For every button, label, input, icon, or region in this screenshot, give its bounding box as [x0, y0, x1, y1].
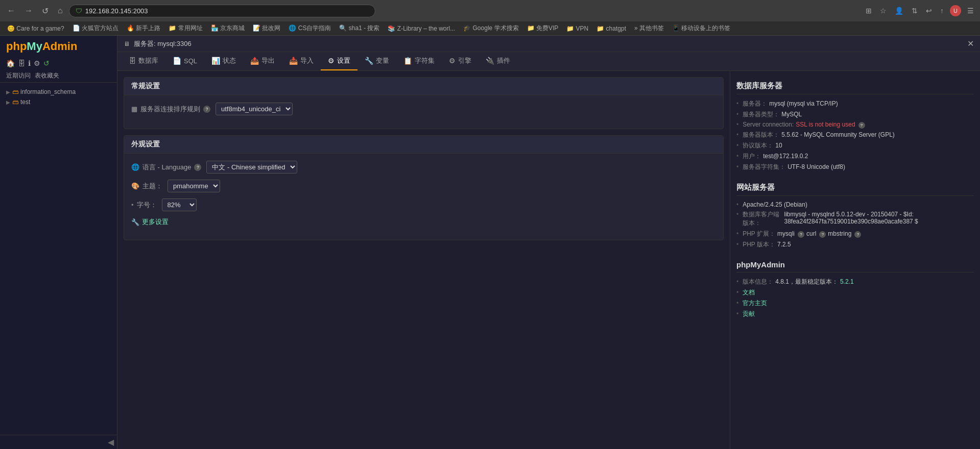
sidebar-icons: 🏠 🗄 ℹ ⚙ ↺ — [0, 57, 117, 69]
home-icon[interactable]: 🏠 — [6, 59, 15, 67]
bookmark-zlibrary[interactable]: 📚 Z-Library – the worl... — [385, 24, 458, 33]
language-label: 🌐 语言 - Language ? — [131, 163, 201, 172]
browser-actions: ⊞ ☆ 👤 ⇅ ↩ ↑ U ☰ — [864, 5, 976, 16]
nav-refresh-button[interactable]: ↺ — [39, 5, 52, 17]
tab-databases[interactable]: 🗄 数据库 — [122, 52, 165, 70]
tab-charset[interactable]: 📋 字符集 — [396, 52, 442, 70]
theme-row: 🎨 主题： pmahomme original metro — [131, 180, 716, 192]
db-icon-info: 🗃 — [12, 88, 18, 95]
refresh-sidebar-icon[interactable]: ↺ — [43, 59, 50, 67]
phpmyadmin-item-docs: 文档 — [736, 287, 974, 298]
content-right: 数据库服务器 服务器： mysql (mysql via TCP/IP) 服务器… — [730, 71, 980, 449]
db-server-section: 数据库服务器 服务器： mysql (mysql via TCP/IP) 服务器… — [736, 77, 974, 172]
curl-help-icon[interactable]: ? — [819, 231, 826, 238]
language-select[interactable]: 中文 - Chinese simplified English Deutsch … — [206, 161, 297, 173]
phpmyadmin-latest-link[interactable]: 5.2.1 — [840, 278, 854, 285]
tab-status-label: 状态 — [223, 56, 236, 65]
bookmark-sha1[interactable]: 🔍 sha1 - 搜索 — [336, 23, 383, 34]
theme-select[interactable]: pmahomme original metro — [168, 180, 220, 192]
db-server-item-5: 用户： test@172.19.0.2 — [736, 151, 974, 162]
main-content: 🖥 服务器: mysql:3306 ✕ 🗄 数据库 📄 SQL 📊 状态 📤 导… — [117, 36, 980, 449]
tab-sql[interactable]: 📄 SQL — [165, 52, 204, 70]
sidebar-logo: phpMyAdmin — [0, 36, 117, 57]
bookmark-chatgpt[interactable]: 📁 chatgpt — [593, 24, 629, 33]
collation-select[interactable]: utf8mb4_unicode_ci — [216, 103, 293, 115]
menu-button[interactable]: ☰ — [965, 6, 976, 16]
server-icon: 🖥 — [124, 40, 130, 47]
tab-sql-label: SQL — [184, 57, 197, 65]
info-icon[interactable]: ℹ — [28, 59, 31, 67]
more-settings-link[interactable]: 🔧 更多设置 — [131, 217, 169, 227]
tab-databases-icon: 🗄 — [129, 57, 136, 65]
bookmark-piugai[interactable]: 📝 批改网 — [250, 23, 283, 34]
sidebar-collapse-button[interactable]: ◀ — [108, 437, 114, 447]
tab-plugins[interactable]: 🔌 插件 — [479, 52, 517, 70]
nav-back-button[interactable]: ← — [4, 5, 18, 16]
bookmark-firefox[interactable]: 📄 火狐官方站点 — [69, 23, 122, 34]
extensions-button[interactable]: ⊞ — [864, 6, 874, 16]
tab-import[interactable]: 📥 导入 — [282, 52, 321, 70]
share-button[interactable]: ↑ — [938, 6, 946, 16]
phpmyadmin-contribute-link[interactable]: 贡献 — [743, 310, 755, 318]
language-help-icon[interactable]: ? — [194, 164, 201, 171]
bookmark-vip[interactable]: 📁 免费VIP — [524, 23, 562, 34]
browser-window: ← → ↺ ⌂ 🛡 192.168.20.145:2003 ⊞ ☆ 👤 ⇅ ↩ … — [0, 0, 980, 36]
phpmyadmin-homepage-link[interactable]: 官方主页 — [743, 299, 767, 308]
bookmark-vpn[interactable]: 📁 VPN — [563, 24, 591, 33]
settings-sidebar-icon[interactable]: ⚙ — [34, 59, 40, 67]
more-settings-icon: 🔧 — [131, 218, 139, 226]
bookmark-others[interactable]: » 其他书签 — [631, 23, 667, 34]
db-server-list: 服务器： mysql (mysql via TCP/IP) 服务器类型： MyS… — [736, 98, 974, 172]
browser-toolbar: ← → ↺ ⌂ 🛡 192.168.20.145:2003 ⊞ ☆ 👤 ⇅ ↩ … — [0, 0, 980, 21]
profile-button[interactable]: U — [950, 5, 961, 16]
account-button[interactable]: 👤 — [893, 6, 905, 16]
language-row: 🌐 语言 - Language ? 中文 - Chinese simplifie… — [131, 161, 716, 173]
tab-charset-icon: 📋 — [403, 57, 412, 65]
web-server-section: 网站服务器 Apache/2.4.25 (Debian) 数据库客户端版本： l… — [736, 179, 974, 250]
fontsize-row: • 字号： 82% 90% 100% 110% 120% — [131, 198, 716, 211]
tab-engines[interactable]: ⚙ 引擎 — [442, 52, 479, 70]
tab-plugins-icon: 🔌 — [486, 57, 494, 65]
nav-forward-button[interactable]: → — [21, 5, 36, 16]
mbstring-help-icon[interactable]: ? — [854, 231, 861, 238]
back-history-button[interactable]: ↩ — [924, 6, 934, 16]
collation-help-icon[interactable]: ? — [203, 106, 210, 113]
fontsize-select[interactable]: 82% 90% 100% 110% 120% — [162, 198, 197, 211]
bookmark-newuser[interactable]: 🔥 新手上路 — [124, 23, 163, 34]
bookmark-google-scholar[interactable]: 🎓 Google 学术搜索 — [460, 23, 521, 34]
tab-variables[interactable]: 🔧 变量 — [357, 52, 396, 70]
bookmark-common-urls[interactable]: 📁 常用网址 — [165, 23, 205, 34]
tree-item-information-schema[interactable]: ▶ 🗃 information_schema — [0, 87, 117, 97]
nav-favorites-link[interactable]: 表收藏夹 — [35, 71, 59, 80]
tab-variables-label: 变量 — [376, 56, 389, 65]
expand-icon-info: ▶ — [6, 89, 10, 95]
panel-close-button[interactable]: ✕ — [967, 39, 974, 48]
web-server-title: 网站服务器 — [736, 179, 974, 196]
tab-charset-label: 字符集 — [415, 56, 435, 65]
bookmark-mobile[interactable]: 📱 移动设备上的书签 — [669, 23, 733, 34]
content-left: 常规设置 ▦ 服务器连接排序规则 ? utf8mb4_unicode_ci — [117, 71, 730, 449]
tree-label-test: test — [20, 98, 30, 106]
address-bar[interactable]: 🛡 192.168.20.145:2003 — [69, 5, 375, 17]
bookmark-cs[interactable]: 🌐 CS自学指南 — [285, 23, 334, 34]
nav-home-button[interactable]: ⌂ — [55, 5, 66, 16]
web-server-item-0: Apache/2.4.25 (Debian) — [736, 200, 974, 209]
theme-label: 🎨 主题： — [131, 182, 162, 191]
phpmyadmin-docs-link[interactable]: 文档 — [743, 288, 755, 297]
bookmark-jd[interactable]: 🏪 京东商城 — [208, 23, 248, 34]
phpmyadmin-item-homepage: 官方主页 — [736, 298, 974, 309]
bookmark-care-game[interactable]: 😊 Care for a game? — [4, 24, 67, 33]
logo-my: My — [27, 40, 42, 53]
sync-button[interactable]: ⇅ — [910, 6, 920, 16]
db-server-item-3: 服务器版本： 5.5.62 - MySQL Community Server (… — [736, 130, 974, 140]
tab-status[interactable]: 📊 状态 — [204, 52, 243, 70]
tab-settings[interactable]: ⚙ 设置 — [321, 52, 357, 70]
tree-item-test[interactable]: ▶ 🗃 test — [0, 97, 117, 107]
bookmark-button[interactable]: ☆ — [878, 6, 889, 16]
database-icon[interactable]: 🗄 — [18, 59, 25, 67]
nav-recent-link[interactable]: 近期访问 — [6, 71, 31, 80]
mysqli-help-icon[interactable]: ? — [798, 231, 804, 238]
panel-header: 🖥 服务器: mysql:3306 ✕ — [117, 36, 980, 52]
ssl-help-icon[interactable]: ? — [858, 122, 865, 129]
tab-export[interactable]: 📤 导出 — [243, 52, 282, 70]
